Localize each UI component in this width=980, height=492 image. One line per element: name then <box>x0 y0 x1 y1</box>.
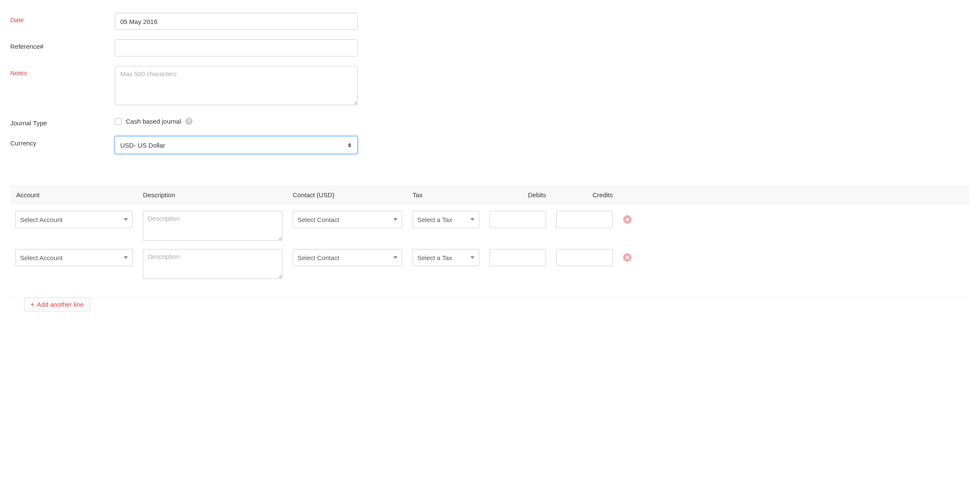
tax-select[interactable]: Select a Tax <box>413 249 479 266</box>
currency-selected-value: USD- US Dollar <box>120 142 165 149</box>
account-select[interactable]: Select Account <box>15 211 133 228</box>
table-row: Select Account Select Contact Select a T… <box>10 242 970 280</box>
help-icon[interactable]: ? <box>185 118 193 125</box>
header-contact: Contact (USD) <box>288 191 407 199</box>
currency-select[interactable]: USD- US Dollar <box>115 136 358 154</box>
date-input[interactable] <box>115 13 358 30</box>
debits-input[interactable] <box>490 211 546 228</box>
journal-type-label: Journal Type <box>10 116 115 127</box>
reference-input[interactable] <box>115 39 358 56</box>
delete-row-button[interactable] <box>623 253 632 262</box>
header-debits: Debits <box>484 191 551 199</box>
header-tax: Tax <box>407 191 484 199</box>
currency-label: Currency <box>10 136 115 147</box>
notes-label: Notes <box>10 66 115 77</box>
date-label: Date <box>10 13 115 24</box>
account-placeholder: Select Account <box>20 254 62 261</box>
cash-based-label: Cash based journal <box>126 118 181 125</box>
header-account: Account <box>10 191 138 199</box>
contact-placeholder: Select Contact <box>297 216 339 223</box>
tax-select[interactable]: Select a Tax <box>413 211 479 228</box>
sort-icon <box>348 142 352 148</box>
add-line-label: Add another line <box>37 301 83 308</box>
table-row: Select Account Select Contact Select a T… <box>10 204 970 242</box>
chevron-down-icon <box>470 218 475 221</box>
tax-placeholder: Select a Tax <box>417 254 452 261</box>
header-description: Description <box>138 191 288 199</box>
notes-textarea[interactable] <box>115 66 358 105</box>
chevron-down-icon <box>393 218 398 221</box>
cash-based-checkbox[interactable] <box>115 118 122 125</box>
account-placeholder: Select Account <box>20 216 62 223</box>
contact-select[interactable]: Select Contact <box>293 249 402 266</box>
description-input[interactable] <box>143 249 282 279</box>
credits-input[interactable] <box>556 211 613 228</box>
credits-input[interactable] <box>556 249 613 266</box>
plus-icon: + <box>30 301 34 308</box>
chevron-down-icon <box>470 256 475 259</box>
header-credits: Credits <box>551 191 618 199</box>
chevron-down-icon <box>124 218 128 221</box>
debits-input[interactable] <box>490 249 546 266</box>
description-input[interactable] <box>143 211 282 241</box>
lines-header: Account Description Contact (USD) Tax De… <box>10 186 970 204</box>
tax-placeholder: Select a Tax <box>417 216 452 223</box>
contact-placeholder: Select Contact <box>297 254 339 261</box>
delete-row-button[interactable] <box>623 215 632 224</box>
add-line-button[interactable]: + Add another line <box>24 297 90 311</box>
chevron-down-icon <box>393 256 398 259</box>
reference-label: Reference# <box>10 39 115 50</box>
contact-select[interactable]: Select Contact <box>293 211 402 228</box>
account-select[interactable]: Select Account <box>15 249 133 266</box>
chevron-down-icon <box>124 256 128 259</box>
